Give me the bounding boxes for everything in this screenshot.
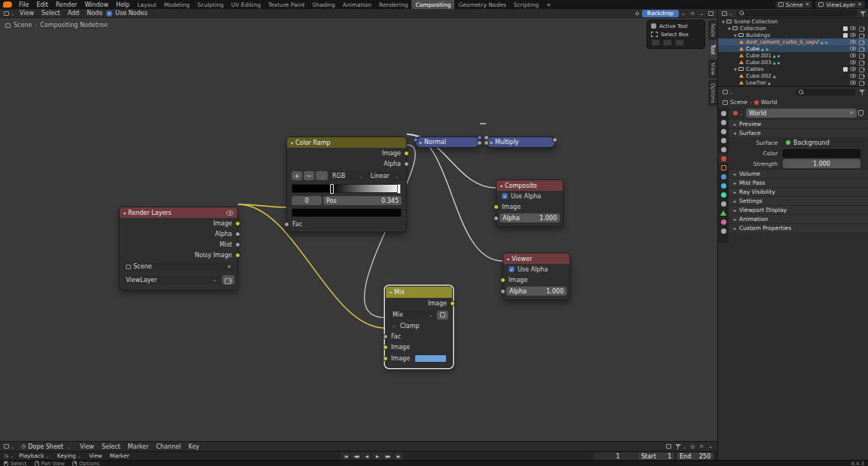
overlays-icon[interactable]	[706, 10, 715, 17]
surface-shader-dropdown[interactable]: Background	[783, 138, 860, 147]
collapse-caret-icon[interactable]: ▾	[507, 256, 509, 262]
menu-window[interactable]: Window	[81, 0, 112, 9]
menu-edit[interactable]: Edit	[32, 0, 52, 9]
add-workspace-button[interactable]: +	[542, 0, 555, 9]
image-output-socket[interactable]	[404, 151, 409, 156]
hide-eye-toggle[interactable]	[850, 67, 856, 72]
image-input-socket[interactable]	[494, 204, 499, 210]
strength-field[interactable]: 1.000	[783, 159, 860, 168]
scene-selector[interactable]: Scene ✕	[775, 1, 813, 8]
active-tool-item[interactable]: Select Box	[647, 30, 704, 38]
select-subtract-button[interactable]	[675, 39, 684, 46]
exclude-checkbox[interactable]	[843, 26, 848, 31]
properties-tab-world-icon[interactable]	[718, 154, 729, 163]
world-color-swatch[interactable]	[783, 149, 860, 158]
outliner-display-mode-button[interactable]: ⌄	[720, 10, 734, 17]
node-render-layers[interactable]: ▾ Render Layers Image Alpha Mist Noisy I…	[119, 207, 238, 290]
frame-end-field[interactable]: End250	[677, 452, 714, 460]
fake-user-shield-icon[interactable]	[858, 110, 863, 116]
workspace-tab-animation[interactable]: Animation	[339, 0, 375, 9]
properties-tab-object-data-icon[interactable]	[718, 208, 729, 217]
alpha-output-socket[interactable]	[404, 161, 409, 167]
stop-index-field[interactable]: 0	[292, 196, 322, 205]
hide-eye-toggle[interactable]	[850, 60, 856, 65]
filter-icon[interactable]	[860, 11, 866, 17]
sidebar-tab-view[interactable]: View	[708, 60, 717, 78]
image-output-socket[interactable]	[235, 221, 240, 226]
hide-eye-toggle[interactable]	[850, 81, 856, 85]
hide-eye-toggle[interactable]	[850, 54, 856, 58]
image-output-socket[interactable]	[450, 301, 455, 306]
breadcrumb-scene[interactable]: Scene	[730, 99, 747, 106]
exclude-checkbox[interactable]	[843, 33, 848, 38]
editor-type-button[interactable]: ⌄	[2, 443, 16, 450]
collapse-caret-icon[interactable]: ▼	[732, 33, 738, 38]
menu-file[interactable]: File	[15, 0, 32, 9]
menu-node[interactable]: Node	[83, 9, 106, 17]
workspace-tab-shading[interactable]: Shading	[308, 0, 338, 9]
viewlayer-dropdown[interactable]: ViewLayer ⌄	[123, 275, 220, 284]
outliner-row-cube-002[interactable]: Cube.002 ▲	[718, 72, 868, 79]
menu-view[interactable]: View	[16, 9, 38, 17]
image-input-socket[interactable]	[500, 277, 506, 283]
outliner-search-input[interactable]	[736, 10, 857, 17]
hide-eye-toggle[interactable]	[850, 40, 856, 44]
render-layer-button[interactable]	[222, 275, 234, 284]
disable-render-toggle[interactable]	[859, 26, 865, 31]
scene-selector[interactable]: Scene ✕	[123, 262, 234, 271]
current-frame-field[interactable]: 1	[594, 452, 642, 460]
use-alpha-checkbox[interactable]: ✓	[502, 193, 508, 199]
play-reverse-button[interactable]: ◀	[362, 452, 371, 460]
hide-eye-toggle[interactable]	[850, 47, 856, 51]
alpha-value-field[interactable]: Alpha1.000	[500, 213, 560, 222]
snapping-options-icon[interactable]: ⌄	[697, 10, 706, 17]
menu-add[interactable]: Add	[64, 9, 84, 17]
use-alpha-checkbox[interactable]: ✓	[509, 266, 515, 272]
node-color-ramp[interactable]: ▾ Color Ramp Image Alpha + − ⌄ RGB⌄ Line…	[286, 136, 407, 232]
filter-icon[interactable]	[859, 89, 865, 95]
outliner-row-asst-cement-curbs[interactable]: Asst_cement_curbs_S_sepvW_01_LOD0 ▲◆	[718, 38, 868, 45]
collapse-caret-icon[interactable]: ▼	[732, 67, 738, 72]
play-button[interactable]: ▶	[372, 452, 382, 460]
collapse-caret-icon[interactable]: ▼	[720, 20, 726, 24]
editor-type-button[interactable]: ⌄	[721, 88, 735, 96]
node-editor-canvas[interactable]: Scene › Compositing Nodetree ▾ Render La…	[0, 18, 717, 441]
hide-eye-toggle[interactable]	[850, 74, 856, 78]
menu-view[interactable]: View	[76, 442, 98, 451]
section-ray-visibility[interactable]: ▸Ray Visibility	[729, 187, 868, 196]
menu-channel[interactable]: Channel	[152, 442, 185, 451]
snapping-magnet-icon[interactable]: ∩	[688, 10, 697, 17]
outliner-row-cables[interactable]: ▼ Cables	[718, 66, 868, 72]
properties-tab-render-icon[interactable]	[718, 118, 729, 127]
properties-tab-particles-icon[interactable]	[718, 181, 729, 190]
disable-render-toggle[interactable]	[859, 60, 865, 65]
properties-tab-texture-icon[interactable]	[718, 226, 729, 235]
next-keyframe-button[interactable]: ▶▶	[383, 452, 393, 460]
section-mist-pass[interactable]: ▸Mist Pass	[729, 178, 868, 187]
sidebar-tab-node[interactable]: Node	[708, 20, 717, 40]
editor-type-button[interactable]: ◷⌄	[2, 452, 15, 460]
frame-start-field[interactable]: Start1	[638, 452, 674, 460]
image1-input-socket[interactable]	[383, 345, 388, 350]
menu-help[interactable]: Help	[112, 0, 133, 9]
clamp-checkbox[interactable]	[391, 323, 397, 330]
preview-eye-icon[interactable]	[226, 210, 234, 216]
sidebar-tab-tool[interactable]: Tool	[708, 41, 717, 58]
menu-view[interactable]: View	[85, 452, 106, 460]
backdrop-options-icon[interactable]: ⌄	[679, 10, 688, 17]
playback-menu[interactable]: Playback⌄	[15, 452, 53, 460]
ramp-options-button[interactable]: ⌄	[316, 171, 328, 180]
collapse-caret-icon[interactable]: ▾	[390, 290, 392, 295]
properties-tab-tool-icon[interactable]	[718, 109, 729, 118]
filter-icon[interactable]: ⌄	[674, 443, 688, 450]
workspace-tab-layout[interactable]: Layout	[133, 0, 160, 9]
only-selected-icon[interactable]	[665, 443, 674, 450]
section-preview[interactable]: ▸Preview	[729, 119, 868, 128]
breadcrumb-world[interactable]: World	[761, 99, 778, 106]
hide-eye-toggle[interactable]	[850, 26, 856, 31]
outliner-row-collection[interactable]: ▼ Collection	[718, 25, 868, 32]
collapse-caret-icon[interactable]: ▾	[124, 210, 126, 216]
expand-caret-icon[interactable]: ▸	[420, 139, 422, 145]
properties-tab-view-layer-icon[interactable]	[718, 136, 729, 145]
disable-render-toggle[interactable]	[859, 81, 865, 85]
